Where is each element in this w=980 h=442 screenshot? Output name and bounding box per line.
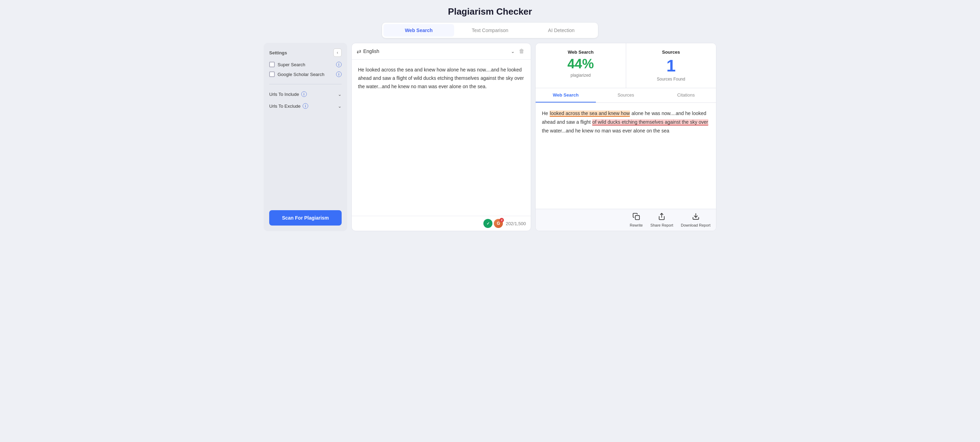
sources-stat: Sources 1 Sources Found <box>626 43 716 88</box>
share-report-button[interactable]: Share Report <box>651 213 673 227</box>
tab-citations-result[interactable]: Citations <box>656 88 716 102</box>
download-icon <box>692 213 700 222</box>
tab-sources-result[interactable]: Sources <box>596 88 656 102</box>
main-tab-bar: Web Search Text Comparison AI Detection <box>382 23 598 38</box>
web-search-stat-label: Web Search <box>542 49 620 55</box>
urls-include-chevron: ⌄ <box>338 92 342 97</box>
super-search-label: Super Search <box>278 62 333 67</box>
share-report-label: Share Report <box>651 223 673 227</box>
plagiarized-label: plagiarized <box>542 73 620 78</box>
sources-stat-label: Sources <box>632 49 710 55</box>
google-scholar-row: Google Scholar Search i <box>269 72 342 77</box>
rewrite-icon <box>632 213 640 222</box>
settings-title: Settings <box>269 50 287 56</box>
footer-icons: ✓ G 2 <box>484 219 503 228</box>
highlight-1: looked across the sea and knew how <box>550 110 630 117</box>
tab-text-comparison[interactable]: Text Comparison <box>455 24 525 37</box>
svg-rect-0 <box>635 215 640 220</box>
page-title: Plagiarism Checker <box>448 6 532 17</box>
rewrite-button[interactable]: Rewrite <box>630 213 643 227</box>
results-footer: Rewrite Share Report Download Report <box>536 209 716 231</box>
google-scholar-label: Google Scholar Search <box>278 72 333 77</box>
sources-count: 1 <box>632 57 710 75</box>
tab-web-search[interactable]: Web Search <box>383 24 454 37</box>
result-text-mid2: the water...and he knew no man was ever … <box>542 128 669 134</box>
super-search-checkbox[interactable] <box>269 62 275 67</box>
urls-include-row[interactable]: Urls To Include i ⌄ <box>269 89 342 99</box>
results-stats: Web Search 44% plagiarized Sources 1 Sou… <box>536 43 716 88</box>
sources-found-label: Sources Found <box>632 77 710 81</box>
download-report-button[interactable]: Download Report <box>681 213 710 227</box>
main-layout: Settings ‹ Super Search i Google Scholar… <box>264 43 716 231</box>
urls-exclude-label: Urls To Exclude i <box>269 103 308 109</box>
sidebar-divider <box>269 84 342 85</box>
language-label: English <box>363 48 509 54</box>
grammarly-g-icon[interactable]: G 2 <box>494 219 503 228</box>
input-text-content[interactable]: He looked across the sea and knew how al… <box>352 60 531 216</box>
trash-icon[interactable]: 🗑 <box>517 47 526 56</box>
google-scholar-checkbox[interactable] <box>269 72 275 77</box>
sidebar-header: Settings ‹ <box>269 48 342 57</box>
urls-exclude-chevron: ⌄ <box>338 104 342 109</box>
highlight-2: of wild ducks etching themselves against… <box>592 119 708 126</box>
share-icon <box>658 213 665 222</box>
scan-for-plagiarism-button[interactable]: Scan For Plagiarism <box>269 210 342 225</box>
word-count: 202/1,500 <box>506 221 526 226</box>
download-report-label: Download Report <box>681 223 710 227</box>
urls-include-info-icon[interactable]: i <box>301 91 307 97</box>
sidebar-collapse-button[interactable]: ‹ <box>333 48 342 57</box>
language-chevron-icon: ⌄ <box>511 49 515 54</box>
super-search-row: Super Search i <box>269 62 342 67</box>
plagiarism-percentage: 44% <box>542 57 620 72</box>
text-footer: ✓ G 2 202/1,500 <box>352 216 531 231</box>
rewrite-label: Rewrite <box>630 223 643 227</box>
web-search-stat: Web Search 44% plagiarized <box>536 43 626 88</box>
tab-web-search-result[interactable]: Web Search <box>536 88 596 102</box>
grammarly-badge: 2 <box>500 218 504 222</box>
tab-ai-detection[interactable]: AI Detection <box>526 24 597 37</box>
sidebar: Settings ‹ Super Search i Google Scholar… <box>264 43 347 231</box>
translate-icon: ⇄ <box>356 48 361 55</box>
language-selector[interactable]: ⇄ English ⌄ <box>356 48 515 55</box>
urls-exclude-info-icon[interactable]: i <box>303 103 308 109</box>
urls-include-label: Urls To Include i <box>269 91 307 97</box>
results-panel: Web Search 44% plagiarized Sources 1 Sou… <box>535 43 716 231</box>
collapse-icon: ‹ <box>337 50 338 55</box>
text-area-toolbar: ⇄ English ⌄ 🗑 <box>352 43 531 60</box>
urls-exclude-row[interactable]: Urls To Exclude i ⌄ <box>269 101 342 111</box>
grammarly-check-icon[interactable]: ✓ <box>484 219 492 228</box>
super-search-info-icon[interactable]: i <box>336 62 342 67</box>
text-area-panel: ⇄ English ⌄ 🗑 He looked across the sea a… <box>352 43 531 231</box>
google-scholar-info-icon[interactable]: i <box>336 72 342 77</box>
result-text-before: He <box>542 110 550 116</box>
results-tab-bar: Web Search Sources Citations <box>536 88 716 103</box>
results-text-content: He looked across the sea and knew how al… <box>536 103 716 209</box>
